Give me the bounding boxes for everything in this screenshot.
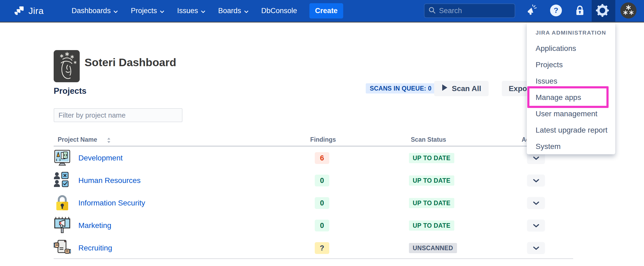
soteri-app-icon — [54, 50, 80, 82]
column-header-scan-status: Scan Status — [411, 136, 446, 143]
project-link[interactable]: Human Resources — [78, 176, 141, 185]
global-search[interactable] — [424, 3, 515, 18]
row-actions-button[interactable] — [527, 175, 545, 187]
gear-icon — [595, 3, 609, 18]
menu-item-issues[interactable]: Issues — [536, 73, 615, 89]
help-button[interactable]: ? — [547, 2, 565, 20]
table-row: Marketing 0 UP TO DATE — [54, 214, 573, 237]
search-input[interactable] — [439, 7, 511, 15]
help-icon: ? — [549, 4, 563, 18]
scan-all-button[interactable]: Scan All — [434, 81, 489, 96]
project-link[interactable]: Information Security — [78, 199, 145, 207]
chevron-down-icon — [114, 7, 118, 15]
row-actions-button[interactable] — [527, 197, 545, 209]
permissions-lock-button[interactable] — [571, 2, 588, 20]
scan-status-badge: UP TO DATE — [409, 198, 454, 208]
admin-settings-button[interactable] — [594, 2, 611, 20]
nav-issues[interactable]: Issues — [171, 0, 212, 22]
nav-boards[interactable]: Boards — [212, 0, 255, 22]
announcements-button[interactable] — [523, 2, 540, 20]
lock-icon — [574, 4, 586, 18]
menu-item-system[interactable]: System — [536, 138, 615, 155]
menu-item-user-management[interactable]: User management — [536, 106, 615, 122]
user-avatar[interactable] — [620, 2, 637, 20]
admin-menu-items: Applications Projects Issues Manage apps… — [536, 40, 615, 155]
nav-projects[interactable]: Projects — [124, 0, 171, 22]
column-header-project-name[interactable]: Project Name — [58, 136, 97, 143]
development-icon — [54, 149, 71, 167]
scans-in-queue-badge: SCANS IN QUEUE: 0 — [366, 83, 436, 93]
jira-administration-menu: JIRA ADMINISTRATION Applications Project… — [527, 23, 615, 154]
scan-status-badge: UP TO DATE — [409, 175, 454, 186]
scan-status-badge: UP TO DATE — [409, 153, 454, 163]
recruiting-icon — [54, 239, 71, 257]
project-link[interactable]: Recruiting — [78, 244, 112, 252]
avatar-snowflakes-icon — [620, 2, 637, 20]
nav-dbconsole[interactable]: DbConsole — [255, 0, 304, 22]
menu-item-latest-upgrade-report[interactable]: Latest upgrade report — [536, 122, 615, 138]
project-filter-input[interactable] — [54, 108, 182, 122]
create-button[interactable]: Create — [309, 3, 343, 18]
table-row: Recruiting ? UNSCANNED — [54, 237, 573, 259]
scan-status-badge: UP TO DATE — [409, 220, 454, 231]
admin-menu-heading: JIRA ADMINISTRATION — [536, 27, 615, 39]
jira-logo-icon — [13, 4, 26, 18]
projects-section-heading: Projects — [54, 86, 86, 96]
findings-badge[interactable]: 0 — [315, 175, 329, 186]
menu-item-manage-apps[interactable]: Manage apps — [536, 89, 615, 106]
scan-status-badge: UNSCANNED — [409, 243, 457, 253]
information-security-icon — [54, 194, 71, 212]
table-row: Development 6 UP TO DATE — [54, 147, 573, 169]
project-link[interactable]: Development — [78, 154, 123, 162]
play-icon — [442, 84, 448, 93]
row-actions-button[interactable] — [527, 242, 545, 254]
brand-text: Jira — [28, 6, 44, 16]
jira-brand[interactable]: Jira — [13, 4, 44, 18]
chevron-down-icon — [160, 7, 164, 15]
nav-dashboards[interactable]: Dashboards — [65, 0, 125, 22]
chevron-down-icon — [244, 7, 248, 15]
sort-icon[interactable] — [107, 137, 111, 145]
page-title: Soteri Dashboard — [85, 56, 176, 69]
menu-item-projects[interactable]: Projects — [536, 57, 615, 73]
findings-badge[interactable]: 6 — [315, 152, 329, 164]
column-header-findings: Findings — [307, 136, 339, 143]
table-header-divider — [54, 146, 573, 147]
human-resources-icon — [54, 172, 71, 189]
soteri-dashboard-screen: Jira Dashboards Projects Issues Boards D… — [0, 0, 644, 266]
primary-nav: Dashboards Projects Issues Boards DbCons… — [65, 0, 303, 22]
search-icon — [428, 6, 436, 15]
findings-badge[interactable]: 0 — [315, 197, 329, 209]
top-navbar: Jira Dashboards Projects Issues Boards D… — [0, 0, 644, 22]
megaphone-icon — [526, 4, 538, 18]
menu-item-applications[interactable]: Applications — [536, 40, 615, 57]
row-actions-button[interactable] — [527, 220, 545, 232]
marketing-icon — [54, 217, 71, 234]
findings-badge[interactable]: 0 — [315, 220, 329, 231]
findings-badge[interactable]: ? — [315, 242, 329, 254]
table-bottom-divider — [54, 258, 573, 259]
table-row: Human Resources 0 UP TO DATE — [54, 169, 573, 192]
svg-text:?: ? — [554, 6, 558, 14]
chevron-down-icon — [201, 7, 205, 15]
table-row: Information Security 0 UP TO DATE — [54, 192, 573, 214]
project-link[interactable]: Marketing — [78, 221, 111, 230]
